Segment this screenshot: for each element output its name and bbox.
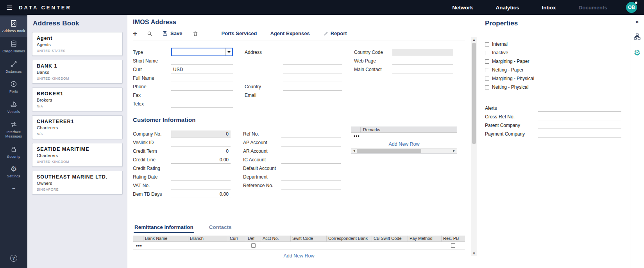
cross-ref-no-input[interactable] [538, 113, 621, 120]
internal-checkbox[interactable] [485, 42, 489, 46]
collapse-panel-icon[interactable]: « [635, 18, 639, 24]
nav-inbox[interactable]: Inbox [542, 5, 556, 11]
full-name-input[interactable] [171, 75, 233, 82]
checkbox-row-netting-paper[interactable]: Netting - Paper [485, 66, 621, 74]
main-contact-input[interactable] [392, 66, 453, 73]
sidebar-item-address-book[interactable]: Address Book [0, 16, 27, 37]
remarks-add-new-row-link[interactable]: Add New Row [351, 141, 457, 147]
pay-method-cell[interactable] [408, 242, 441, 249]
email-input[interactable] [283, 92, 342, 99]
sidebar-collapse-dash-icon[interactable]: – [0, 182, 27, 194]
row-menu-icon[interactable]: ••• [133, 243, 142, 248]
margining-physical-checkbox[interactable] [485, 77, 489, 81]
rating-date-input[interactable] [171, 173, 231, 181]
ar-account-input[interactable] [281, 148, 341, 155]
address-input-line1[interactable] [283, 49, 342, 56]
report-link[interactable]: Report [323, 30, 347, 36]
row-menu-icon[interactable]: ••• [354, 133, 360, 139]
ports-serviced-link[interactable]: Ports Serviced [221, 30, 257, 36]
country-input[interactable] [283, 83, 342, 91]
checkbox-row-margining-physical[interactable]: Margining - Physical [485, 74, 621, 83]
curr-input[interactable]: USD [171, 66, 233, 73]
column-header-res-pb[interactable]: Res. PB [441, 236, 465, 241]
sidebar-item-security[interactable]: Security [0, 142, 27, 163]
column-header-branch[interactable]: Branch [188, 236, 228, 241]
address-input-line3[interactable] [283, 66, 342, 73]
add-icon[interactable]: + [133, 30, 137, 37]
help-icon[interactable]: ? [10, 255, 17, 262]
address-book-entry[interactable]: SOUTHEAST MARINE LTD. Owners SINGAPORE [32, 171, 123, 195]
address-book-entry[interactable]: Agent Agents UNITED STATES [32, 32, 123, 56]
veslink-id-input[interactable] [171, 139, 231, 147]
scroll-right-icon[interactable]: ▶ [451, 148, 457, 153]
scroll-left-icon[interactable]: ◀ [351, 148, 357, 153]
swift-code-cell[interactable] [290, 242, 326, 249]
res-pb-checkbox[interactable] [451, 243, 455, 248]
sidebar-item-settings[interactable]: ⚙ Settings [0, 162, 27, 182]
address-book-entry[interactable]: CHARTERER1 Charterers N/A [32, 115, 123, 139]
credit-rating-input[interactable] [171, 165, 231, 172]
column-header-pay-method[interactable]: Pay Method [408, 236, 441, 241]
acct-no-cell[interactable] [261, 242, 290, 249]
default-account-input[interactable] [281, 165, 341, 172]
scrollbar-thumb[interactable] [357, 149, 421, 153]
column-header-swift-code[interactable]: Swift Code [290, 236, 326, 241]
scrollbar-thumb[interactable] [472, 43, 476, 144]
checkbox-row-margining-paper[interactable]: Margining - Paper [485, 57, 621, 66]
column-header-acct-no[interactable]: Acct No. [261, 236, 290, 241]
tab-remittance-information[interactable]: Remittance Information [134, 223, 194, 233]
checkbox-row-netting-physical[interactable]: Netting - Physical [485, 83, 621, 91]
remarks-horizontal-scrollbar[interactable]: ◀ ▶ [351, 148, 457, 153]
address-input-line2[interactable] [283, 57, 342, 65]
telex-input[interactable] [171, 100, 233, 108]
search-icon[interactable] [147, 30, 153, 37]
reference-no-input[interactable] [281, 182, 341, 189]
nav-documents[interactable]: Documents [578, 5, 607, 11]
sidebar-item-ports[interactable]: Ports [0, 77, 27, 97]
column-header-def[interactable]: Def [246, 236, 261, 241]
inactive-checkbox[interactable] [485, 51, 489, 55]
fax-input[interactable] [171, 92, 233, 99]
netting-physical-checkbox[interactable] [485, 85, 489, 89]
def-checkbox[interactable] [251, 243, 256, 248]
tab-contacts[interactable]: Contacts [208, 223, 233, 233]
type-select[interactable] [171, 48, 233, 56]
hierarchy-icon[interactable] [633, 33, 641, 40]
address-book-entry[interactable]: BANK 1 Banks UNITED KINGDOM [32, 60, 123, 84]
sidebar-item-cargo-names[interactable]: Cargo Names [0, 37, 27, 57]
delete-icon[interactable] [192, 30, 199, 37]
correspondent-bank-cell[interactable] [326, 242, 372, 249]
web-page-input[interactable] [392, 57, 453, 65]
scroll-down-icon[interactable]: ▼ [471, 251, 477, 256]
nav-network[interactable]: Network [452, 5, 473, 11]
address-book-entry[interactable]: BROKER1 Brokers N/A [32, 88, 123, 111]
parent-company-input[interactable] [538, 122, 621, 129]
scroll-up-icon[interactable]: ▲ [471, 37, 477, 43]
ap-account-input[interactable] [281, 139, 341, 147]
sidebar-item-vessels[interactable]: Vessels [0, 97, 27, 118]
checkbox-row-inactive[interactable]: Inactive [485, 48, 621, 57]
user-avatar[interactable]: OB [626, 2, 637, 13]
ic-account-input[interactable] [281, 156, 341, 164]
agent-expenses-link[interactable]: Agent Expenses [270, 30, 310, 36]
menu-icon[interactable]: ☰ [6, 4, 13, 11]
bank-name-cell[interactable] [143, 242, 188, 249]
curr-cell[interactable] [228, 242, 246, 249]
remittance-add-new-row-link[interactable]: Add New Row [133, 253, 465, 259]
vat-no-input[interactable] [171, 182, 231, 189]
column-header-correspondent-bank[interactable]: Correspondent Bank [326, 236, 372, 241]
column-header-cb-swift-code[interactable]: CB Swift Code [372, 236, 408, 241]
dem-tb-days-input[interactable]: 0.00 [171, 191, 231, 198]
phone-input[interactable] [171, 83, 233, 91]
sidebar-item-distances[interactable]: Distances [0, 57, 27, 77]
settings-gear-icon[interactable]: ⚙ [634, 49, 641, 57]
payment-company-input[interactable] [538, 130, 621, 138]
netting-paper-checkbox[interactable] [485, 68, 489, 72]
address-input-line4[interactable] [283, 75, 342, 82]
cb-swift-code-cell[interactable] [372, 242, 408, 249]
main-vertical-scrollbar[interactable]: ▲ ▼ [471, 37, 477, 256]
column-header-curr[interactable]: Curr [228, 236, 246, 241]
ref-no-input[interactable] [281, 130, 341, 138]
credit-term-input[interactable]: 0 [171, 148, 231, 155]
credit-line-input[interactable]: 0.00 [171, 156, 231, 164]
